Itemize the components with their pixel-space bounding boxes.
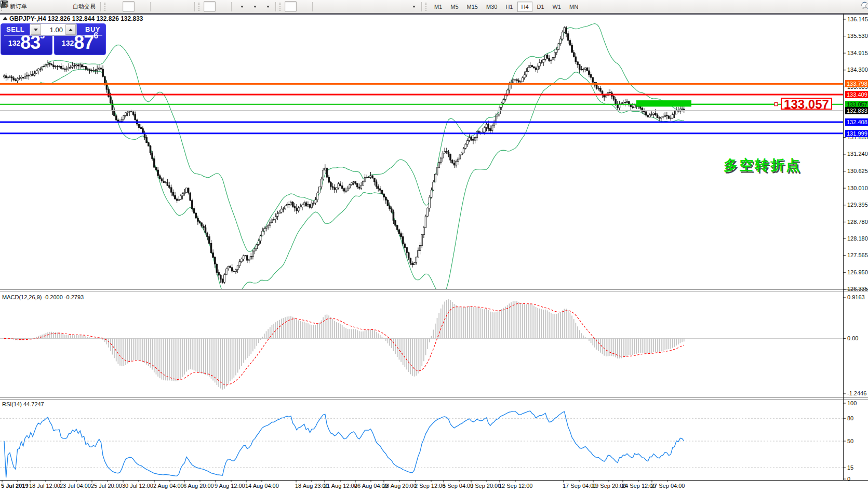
candlestick-mode-button[interactable] xyxy=(123,1,135,12)
chart-stage: GBPJPY-,H4 132.826 132.844 132.826 132.8… xyxy=(0,0,868,492)
market-watch-button[interactable] xyxy=(43,1,55,12)
rsi-axis-label: 15 xyxy=(847,464,853,471)
toolbar-separator xyxy=(231,2,232,11)
channel-tool-button[interactable]: E xyxy=(355,1,367,12)
zoom-in-button[interactable] xyxy=(154,1,166,12)
tile-windows-button[interactable] xyxy=(180,1,192,12)
templates-menu-button[interactable] xyxy=(261,1,273,12)
rsi-value: 44.7247 xyxy=(23,401,44,407)
custom-tool-button[interactable] xyxy=(30,1,42,12)
one-click-trading-panel: SELL 132833 BUY 132876 xyxy=(1,23,106,55)
macd-axis-label: 0.9163 xyxy=(847,294,865,300)
price-axis-label: 130.010 xyxy=(847,185,868,191)
time-axis-label: 18 Jul 12:00 xyxy=(29,483,60,489)
timeframe-button-m30[interactable]: M30 xyxy=(483,2,501,12)
rsi-axis-label: 80 xyxy=(847,415,853,421)
price-axis-label: 127.565 xyxy=(847,252,868,258)
vertical-line-tool-button[interactable] xyxy=(316,1,328,12)
toolbar-drag-handle[interactable] xyxy=(104,3,107,11)
text-tool-button[interactable]: A xyxy=(381,1,393,12)
crosshair-tool-button[interactable] xyxy=(298,1,310,12)
macd-signal-value: -0.2793 xyxy=(64,294,84,300)
timeframe-group: M1M5M15M30H1H4D1W1MN xyxy=(430,2,582,12)
time-axis-label: 19 Sep 20:00 xyxy=(592,483,626,489)
arrows-menu-button[interactable] xyxy=(407,1,419,12)
toolbar-drag-handle[interactable] xyxy=(198,3,201,11)
symbol-ohlc-line: GBPJPY-,H4 132.826 132.844 132.826 132.8… xyxy=(9,15,143,22)
toolbar-separator xyxy=(194,2,195,11)
price-axis-label: 134.915 xyxy=(847,50,868,56)
price-axis-label: 128.180 xyxy=(847,235,868,242)
auto-scroll-button[interactable] xyxy=(204,1,216,12)
volume-input[interactable] xyxy=(42,24,65,35)
macd-axis-label: 0.00 xyxy=(847,335,858,341)
main-toolbar: 新订单 自动交易 E F A T M1M5M15M30H1H4D1W1MN xyxy=(0,0,868,14)
timeframe-button-d1[interactable]: D1 xyxy=(533,2,548,12)
timeframe-button-mn[interactable]: MN xyxy=(566,2,582,12)
macd-axis-label: -1.2446 xyxy=(847,390,866,396)
bar-chart-mode-button[interactable] xyxy=(110,1,122,12)
time-axis-label: 12 Sep 12:00 xyxy=(499,483,532,489)
price-axis-label: 131.240 xyxy=(847,151,868,157)
time-axis-label: 27 Sep 04:00 xyxy=(651,483,685,489)
fibonacci-tool-button[interactable]: F xyxy=(368,1,380,12)
toolbar-separator xyxy=(312,2,313,11)
volume-increase-button[interactable] xyxy=(65,24,76,35)
zoom-out-button[interactable] xyxy=(167,1,179,12)
rsi-indicator-label: RSI(14) 44.7247 xyxy=(2,401,44,407)
price-axis-label: 136.145 xyxy=(847,16,868,22)
bid-price-label: 132.833 xyxy=(845,107,868,114)
price-axis-label: 128.780 xyxy=(847,219,868,225)
chart-shift-button[interactable] xyxy=(217,1,229,12)
time-axis-label: 9 Aug 12:00 xyxy=(215,483,245,489)
macd-main-value: -0.2000 xyxy=(43,294,62,300)
rsi-axis-label: 100 xyxy=(847,400,857,406)
periods-menu-button[interactable] xyxy=(248,1,260,12)
toolbar-separator xyxy=(150,2,151,11)
trendline-tool-button[interactable] xyxy=(342,1,354,12)
timeframe-button-m5[interactable]: M5 xyxy=(447,2,462,12)
price-axis-label: 126.950 xyxy=(847,269,868,275)
line-chart-mode-button[interactable] xyxy=(136,1,148,12)
price-line-label: 133.409 xyxy=(845,91,868,98)
time-axis-label: 5 Sep 04:00 xyxy=(443,483,473,489)
price-line-label: 131.999 xyxy=(845,130,868,137)
time-axis-label: 5 Jul 2019 xyxy=(1,483,29,489)
cursor-tool-button[interactable] xyxy=(285,1,297,12)
timeframe-button-m15[interactable]: M15 xyxy=(463,2,482,12)
turning-point-annotation[interactable]: 多空转折点 xyxy=(724,156,802,175)
time-axis-label: 6 Aug 20:00 xyxy=(183,483,214,489)
signals-button[interactable] xyxy=(56,1,68,12)
chart-surface[interactable] xyxy=(0,0,868,492)
volume-control xyxy=(30,23,77,36)
toolbar-drag-handle[interactable] xyxy=(425,3,428,11)
text-label-tool-button[interactable]: T xyxy=(394,1,406,12)
toolbar-separator xyxy=(421,2,422,11)
timeframe-button-w1[interactable]: W1 xyxy=(549,2,565,12)
chevron-down-icon xyxy=(412,6,416,8)
macd-indicator-label: MACD(12,26,9) -0.2000 -0.2793 xyxy=(2,294,84,300)
toolbar-separator xyxy=(275,2,276,11)
time-axis-label: 17 Sep 04:00 xyxy=(563,483,596,489)
timeframe-button-h4[interactable]: H4 xyxy=(517,2,532,12)
rsi-axis-label: 0 xyxy=(847,476,850,482)
price-line-label: 133.798 xyxy=(845,80,868,87)
autotrade-button[interactable]: 自动交易 xyxy=(69,1,98,12)
timeframe-button-h1[interactable]: H1 xyxy=(502,2,516,12)
time-axis-label: 21 Aug 12:00 xyxy=(324,483,357,489)
timeframe-button-m1[interactable]: M1 xyxy=(431,2,446,12)
toolbar-drag-handle[interactable] xyxy=(279,3,282,11)
collapse-one-click-icon[interactable] xyxy=(3,17,8,20)
price-axis-label: 130.625 xyxy=(847,168,868,174)
price-axis-label: 134.300 xyxy=(847,67,868,73)
time-axis-label: 25 Jul 20:00 xyxy=(91,483,122,489)
price-axis-label: 129.395 xyxy=(847,202,868,208)
volume-decrease-button[interactable] xyxy=(31,24,41,35)
new-order-button[interactable]: 新订单 xyxy=(6,1,29,12)
time-axis-label: 2 Aug 04:00 xyxy=(153,483,184,489)
price-callout-box[interactable]: 133.057 xyxy=(781,98,832,110)
indicators-menu-button[interactable] xyxy=(235,1,247,12)
horizontal-line-tool-button[interactable] xyxy=(329,1,341,12)
price-line-label: 132.408 xyxy=(845,118,868,126)
triangle-down-icon xyxy=(34,29,38,31)
